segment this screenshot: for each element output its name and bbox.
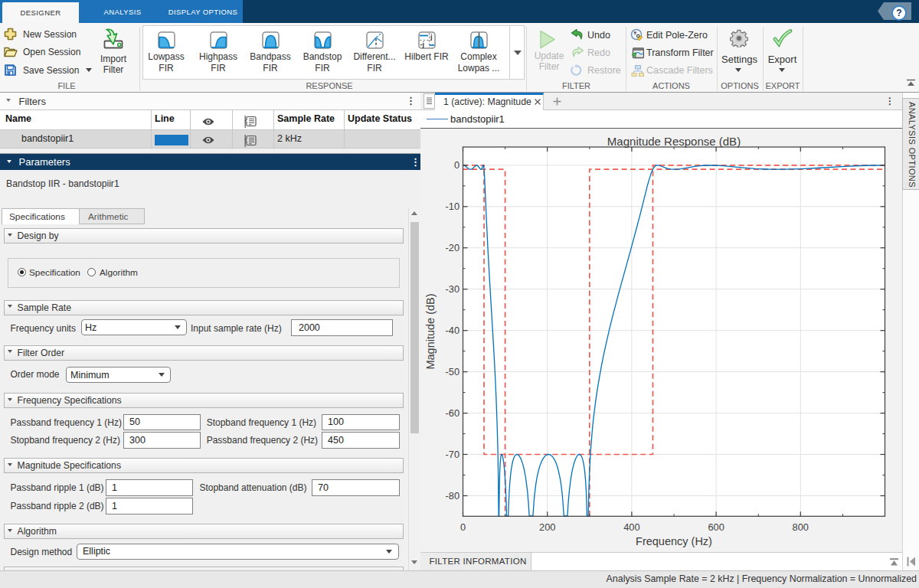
- svg-text:-60: -60: [446, 407, 460, 419]
- svg-text:-80: -80: [446, 490, 460, 501]
- svg-text:0: 0: [454, 159, 460, 171]
- svg-text:200: 200: [539, 521, 555, 533]
- svg-text:-10: -10: [446, 201, 460, 212]
- svg-text:-j: -j: [420, 41, 425, 48]
- svg-text:-30: -30: [446, 283, 460, 295]
- svg-text:j: j: [430, 33, 433, 41]
- svg-text:800: 800: [793, 521, 809, 533]
- svg-text:600: 600: [708, 521, 724, 533]
- svg-text:-40: -40: [446, 325, 460, 336]
- svg-text:Magnitude Response (dB): Magnitude Response (dB): [607, 135, 741, 148]
- svg-text:-20: -20: [446, 242, 460, 253]
- svg-text:400: 400: [623, 521, 639, 533]
- svg-text:Frequency (Hz): Frequency (Hz): [636, 535, 712, 547]
- svg-text:Magnitude (dB): Magnitude (dB): [424, 293, 437, 369]
- svg-text:-70: -70: [446, 449, 460, 460]
- svg-text:-50: -50: [446, 366, 460, 377]
- svg-text:0: 0: [460, 521, 466, 533]
